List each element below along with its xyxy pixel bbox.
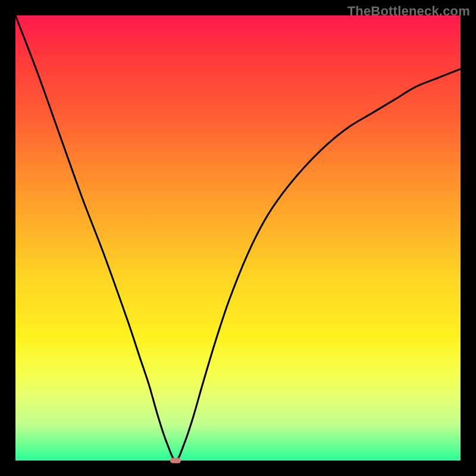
chart-frame: TheBottleneck.com [0,0,476,476]
watermark-text: TheBottleneck.com [347,4,470,19]
chart-plot-area [15,15,461,461]
optimal-marker [170,458,181,464]
chart-curve-layer [15,15,461,461]
bottleneck-curve [15,15,461,461]
